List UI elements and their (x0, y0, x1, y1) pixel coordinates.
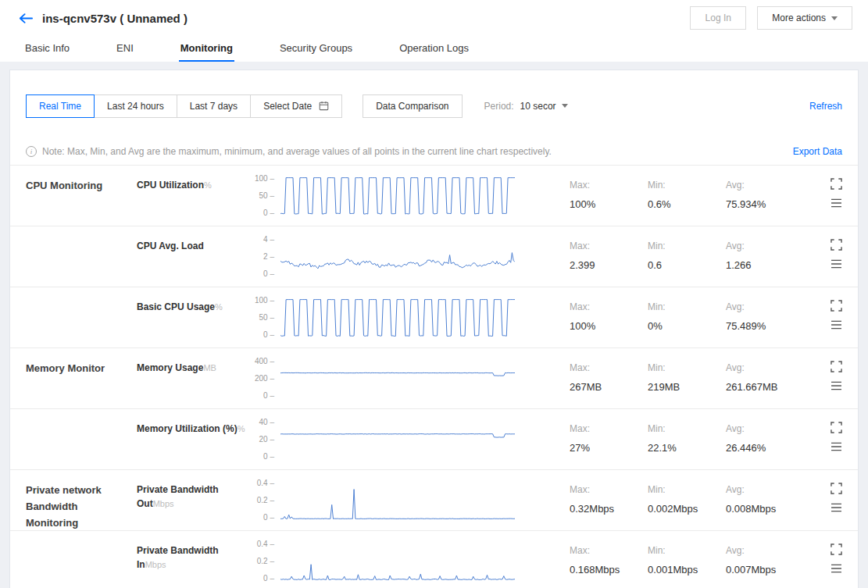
data-comparison-button[interactable]: Data Comparison (363, 94, 462, 118)
fullscreen-icon[interactable] (830, 483, 842, 494)
monitor-row-private-bandwidth-out: Private network Bandwidth Monitoring Pri… (10, 469, 858, 530)
avg-label: Avg: (726, 545, 804, 556)
chart-title: CPU Avg. Load (137, 241, 204, 251)
y-axis: 100 50 0 (246, 175, 274, 217)
list-icon[interactable] (830, 320, 842, 330)
list-icon[interactable] (830, 381, 842, 390)
time-range-real-time-button[interactable]: Real Time (26, 94, 95, 118)
max-label: Max: (570, 545, 648, 556)
max-label: Max: (570, 423, 648, 434)
section-label (26, 531, 118, 588)
tab-basic-info[interactable]: Basic Info (23, 36, 71, 62)
chart-unit: MB (203, 363, 216, 372)
content-background: Real Time Last 24 hours Last 7 days Sele… (0, 62, 868, 588)
line-chart (280, 421, 515, 458)
section-label: CPU Monitoring (26, 166, 118, 226)
caret-down-icon (831, 16, 838, 20)
line-chart (280, 360, 515, 397)
avg-label: Avg: (726, 423, 804, 434)
max-value: 100% (570, 320, 648, 332)
avg-value: 0.007Mbps (726, 564, 804, 576)
chart-title: CPU Utilization (137, 180, 204, 191)
tab-operation-logs[interactable]: Operation Logs (398, 36, 470, 62)
list-icon[interactable] (830, 564, 842, 573)
max-value: 0.32Mbps (570, 503, 648, 515)
period-dropdown[interactable]: Period: 10 secor (484, 101, 568, 112)
select-date-label: Select Date (263, 101, 312, 112)
login-button[interactable]: Log In (690, 6, 746, 30)
monitor-row-private-bandwidth-in: Private Bandwidth InMbps 0.4 0.2 0 Max:0… (10, 530, 858, 588)
time-range-7d-button[interactable]: Last 7 days (177, 94, 251, 118)
export-data-link[interactable]: Export Data (793, 146, 842, 157)
section-label: Private network Bandwidth Monitoring (26, 470, 118, 530)
time-range-24h-button[interactable]: Last 24 hours (94, 94, 177, 118)
fullscreen-icon[interactable] (830, 543, 842, 555)
note-bar: i Note: Max, Min, and Avg are the maximu… (10, 138, 858, 165)
monitoring-panel: Real Time Last 24 hours Last 7 days Sele… (9, 69, 859, 588)
min-value: 0.001Mbps (648, 564, 726, 576)
y-axis: 0.4 0.2 0 (246, 540, 274, 583)
section-label (26, 409, 118, 469)
chart-unit: % (204, 180, 212, 190)
min-label: Min: (648, 241, 726, 251)
time-range-group: Real Time Last 24 hours Last 7 days Sele… (26, 94, 342, 118)
avg-label: Avg: (726, 180, 804, 191)
line-chart (280, 482, 515, 519)
list-icon[interactable] (830, 198, 842, 208)
max-value: 100% (570, 198, 648, 210)
fullscreen-icon[interactable] (830, 422, 842, 433)
max-label: Max: (570, 484, 648, 495)
info-icon: i (26, 146, 37, 157)
fullscreen-icon[interactable] (830, 300, 842, 312)
min-label: Min: (648, 423, 726, 434)
list-icon[interactable] (830, 259, 842, 269)
avg-value: 0.008Mbps (726, 503, 804, 515)
monitor-row-cpu-utilization: CPU Monitoring CPU Utilization% 100 50 0… (10, 165, 858, 226)
chart-unit: % (238, 424, 245, 433)
min-label: Min: (648, 362, 726, 373)
time-range-toolbar: Real Time Last 24 hours Last 7 days Sele… (26, 94, 842, 118)
chart-title: Private Bandwidth Out (137, 484, 219, 509)
note-text: Note: Max, Min, and Avg are the maximum,… (42, 146, 552, 157)
monitor-row-memory-utilization: Memory Utilization (%)% 40 20 0 Max:27% … (10, 408, 858, 469)
fullscreen-icon[interactable] (830, 239, 842, 251)
max-value: 0.168Mbps (570, 564, 648, 576)
page-header: ins-qcnv573v ( Unnamed ) Log In More act… (0, 0, 868, 36)
y-axis: 100 50 0 (246, 297, 274, 339)
period-value: 10 secor (520, 101, 556, 112)
monitor-row-cpu-avg-load: CPU Avg. Load 4 2 0 Max:2.399 Min:0.6 Av… (10, 226, 858, 287)
min-label: Min: (648, 180, 726, 191)
avg-label: Avg: (726, 241, 804, 251)
calendar-icon (319, 101, 329, 111)
period-label: Period: (484, 101, 514, 112)
tab-monitoring[interactable]: Monitoring (179, 36, 234, 62)
max-value: 27% (570, 442, 648, 454)
avg-value: 75.934% (726, 198, 804, 210)
chart-unit: % (215, 302, 223, 312)
avg-value: 75.489% (726, 320, 804, 332)
chart-unit: Mbps (153, 499, 174, 508)
more-actions-button[interactable]: More actions (757, 6, 852, 30)
page-title: ins-qcnv573v ( Unnamed ) (42, 12, 188, 25)
tab-security-groups[interactable]: Security Groups (278, 36, 354, 62)
back-arrow-icon[interactable] (16, 8, 36, 28)
list-icon[interactable] (830, 503, 842, 512)
max-label: Max: (570, 180, 648, 191)
avg-value: 26.446% (726, 442, 804, 454)
fullscreen-icon[interactable] (830, 178, 842, 190)
fullscreen-icon[interactable] (830, 361, 842, 372)
min-label: Min: (648, 301, 726, 312)
refresh-link[interactable]: Refresh (809, 101, 842, 112)
select-date-button[interactable]: Select Date (250, 94, 342, 118)
min-value: 0% (648, 320, 726, 332)
min-value: 0.6 (648, 259, 726, 271)
y-axis: 40 20 0 (246, 419, 274, 461)
monitor-row-memory-usage: Memory Monitor Memory UsageMB 400 200 0 … (10, 347, 858, 408)
y-axis: 0.4 0.2 0 (246, 479, 274, 522)
list-icon[interactable] (830, 442, 842, 451)
avg-value: 1.266 (726, 259, 804, 271)
tab-eni[interactable]: ENI (115, 36, 135, 62)
section-label (26, 226, 118, 287)
chart-title: Memory Usage (137, 362, 203, 373)
tab-bar: Basic Info ENI Monitoring Security Group… (0, 36, 868, 62)
